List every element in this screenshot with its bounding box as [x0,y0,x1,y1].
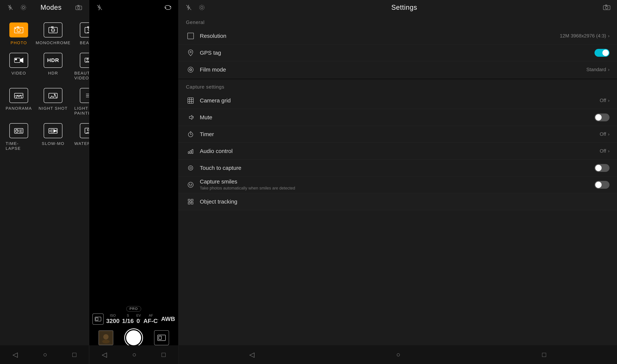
audio-control-arrow: › [608,148,609,154]
svg-rect-58 [159,336,161,339]
resolution-label: Resolution [200,33,560,39]
mode-photo[interactable]: PHOTO [6,23,32,45]
svg-rect-83 [190,151,191,154]
settings-title: Settings [391,4,417,12]
settings-nav-back[interactable]: ◁ [249,351,255,359]
mode-monochrome[interactable]: MONOCHROME [36,23,70,45]
touch-icon [186,163,195,173]
audio-control-row[interactable]: Audio control Off › [178,143,617,159]
capture-smiles-desc: Capture smiles Take photos automatically… [200,178,594,191]
svg-point-64 [605,6,608,9]
svg-point-86 [190,167,192,169]
nav-back[interactable]: ◁ [13,351,18,359]
resolution-row[interactable]: Resolution 12M 3968x2976 (4:3) › [178,27,617,44]
camera-nav-back[interactable]: ◁ [102,351,107,359]
mode-light-painting[interactable]: LIGHT PAINTING [74,88,89,116]
mode-beauty-video[interactable]: BEAUTY VIDEO [74,53,89,80]
film-mode-arrow: › [608,67,609,72]
capture-smiles-row[interactable]: Capture smiles Take photos automatically… [178,176,617,193]
camera-nav-recent[interactable]: □ [162,351,166,359]
timer-row[interactable]: Timer Off › [178,126,617,143]
settings-icon[interactable] [19,3,28,12]
svg-rect-6 [78,5,79,6]
svg-rect-53 [96,318,98,320]
camera-grid-value: Off [600,98,606,103]
modes-header-left-icons [6,3,28,12]
svg-point-88 [190,184,190,184]
camera-aspect-btn[interactable] [92,313,104,325]
mode-panorama-icon-box [9,88,28,103]
camera-shutter[interactable]: S 1/16 [122,314,134,325]
switch-camera-icon[interactable] [74,3,83,12]
mode-night-shot-label: NIGHT SHOT [39,106,68,111]
settings-flash-icon[interactable] [184,3,193,12]
camera-rotate-icon[interactable] [163,3,173,12]
mode-slow-mo-icon-box [44,123,62,138]
mode-beauty[interactable]: BEAUTY [74,23,89,45]
mode-monochrome-icon-box [44,23,62,38]
touch-capture-row[interactable]: Touch to capture [178,159,617,176]
nav-recent[interactable]: □ [72,351,76,359]
camera-thumbnail[interactable] [98,330,113,345]
flash-off-icon[interactable] [6,3,15,12]
svg-rect-71 [188,98,193,103]
settings-nav-home[interactable]: ○ [396,351,400,359]
gps-icon [186,48,195,57]
iso-label: ISO [110,314,116,318]
mute-toggle[interactable] [594,114,609,121]
svg-rect-29 [14,129,23,133]
object-tracking-row[interactable]: Object tracking [178,193,617,210]
settings-switch-camera-icon[interactable] [602,3,611,12]
ev-label: EV [136,314,141,318]
mute-row[interactable]: Mute [178,109,617,126]
mode-video[interactable]: VIDEO [6,53,32,80]
mode-beauty-icon-box [80,23,89,38]
camera-awb[interactable]: AWB [161,315,175,323]
modes-header: Modes [0,0,89,15]
camera-nav-home[interactable]: ○ [132,351,137,359]
settings-nav-bar: ◁ ○ □ [178,345,617,364]
svg-rect-20 [15,59,17,60]
camera-grid-label: Camera grid [200,97,600,104]
mode-hdr-label: HDR [48,71,58,76]
settings-header: Settings [178,0,617,15]
camera-grid-row[interactable]: Camera grid Off › [178,92,617,109]
camera-iso[interactable]: ISO 3200 [106,314,119,325]
svg-rect-91 [191,199,193,201]
camera-af[interactable]: AF AF-C· [143,314,159,325]
settings-gear-icon[interactable] [197,3,206,12]
settings-content: General Resolution 12M 3968x2976 (4:3) ›… [178,15,617,345]
svg-marker-51 [165,7,166,9]
mode-time-lapse[interactable]: TIME-LAPSE [6,123,32,151]
mode-watermark[interactable]: WATERMARK [74,123,89,151]
camera-flash-icon[interactable] [95,3,104,12]
svg-point-2 [22,6,25,9]
camera-bottom-controls: PRO ISO 3200 S 1/16 EV 0· [89,308,178,345]
mode-light-painting-label: LIGHT PAINTING [74,106,89,116]
mode-light-painting-icon-box [80,88,89,103]
nav-home[interactable]: ○ [43,351,47,359]
mode-panorama[interactable]: PANORAMA [6,88,32,116]
flip-camera-button[interactable] [154,330,169,345]
awb-value: AWB [161,315,175,323]
mode-hdr[interactable]: HDR HDR [36,53,70,80]
pro-badge: PRO [126,306,141,312]
mode-night-shot[interactable]: NIGHT SHOT [36,88,70,116]
shutter-button[interactable] [124,328,143,347]
camera-ev[interactable]: EV 0· [136,314,141,325]
gps-toggle-knob [602,50,609,56]
touch-capture-toggle[interactable] [594,164,609,172]
gps-row[interactable]: GPS tag [178,44,617,61]
svg-point-87 [188,182,193,187]
svg-point-55 [103,334,109,339]
gps-toggle[interactable] [594,49,609,57]
capture-smiles-toggle[interactable] [594,181,609,189]
mode-beauty-video-label: BEAUTY VIDEO [74,71,89,80]
mode-slow-mo[interactable]: SLOW-MO [36,123,70,151]
camera-grid-arrow: › [608,98,609,103]
modes-grid: PHOTO MONOCHROME [0,15,89,158]
settings-header-right [602,3,611,12]
settings-nav-recent[interactable]: □ [542,351,546,359]
mode-video-icon-box [9,53,28,68]
film-mode-row[interactable]: FE Film mode Standard › [178,61,617,78]
